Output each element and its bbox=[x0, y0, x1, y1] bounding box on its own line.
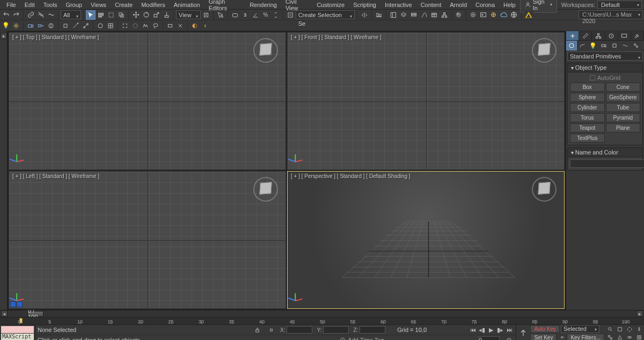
rect-shape-button[interactable] bbox=[165, 21, 175, 31]
prim-sphere[interactable]: Sphere bbox=[570, 93, 605, 102]
goto-start-button[interactable]: ⏮ bbox=[469, 326, 477, 334]
nav-zoom-all-button[interactable] bbox=[606, 334, 614, 341]
prim-geosphere[interactable]: GeoSphere bbox=[606, 93, 641, 102]
prim-tube[interactable]: Tube bbox=[606, 103, 641, 112]
spinner-snap-button[interactable] bbox=[271, 10, 281, 20]
mirror-button[interactable] bbox=[360, 10, 369, 20]
nav-pan-button[interactable] bbox=[626, 326, 633, 333]
angle-snap-button[interactable] bbox=[251, 10, 260, 20]
menu-arnold[interactable]: Arnold bbox=[445, 1, 471, 9]
viewport-layout-presets[interactable] bbox=[10, 301, 23, 307]
render-production-button[interactable] bbox=[489, 10, 499, 20]
ref-coord-system[interactable]: View▾ bbox=[176, 10, 201, 19]
viewport-top[interactable]: [ + ] [ Top ] [ Standard ] [ Wireframe ] bbox=[9, 32, 286, 170]
nav-walk-button[interactable] bbox=[635, 326, 643, 333]
toggle-layer-explorer-button[interactable] bbox=[399, 10, 408, 20]
undo-button[interactable] bbox=[1, 10, 11, 20]
time-slider-handle[interactable]: 0 / 100 bbox=[27, 311, 43, 317]
menu-help[interactable]: Help bbox=[499, 1, 520, 9]
helper-button[interactable] bbox=[61, 21, 70, 31]
shapes-subtab[interactable] bbox=[577, 41, 588, 50]
prim-cylinder[interactable]: Cylinder bbox=[570, 103, 605, 112]
time-slider[interactable]: ◂ 0 / 100 ▸ bbox=[0, 310, 644, 317]
keyboard-shortcut-override-button[interactable] bbox=[230, 10, 240, 20]
dope-sheet-button[interactable] bbox=[429, 10, 439, 20]
time-config-button[interactable] bbox=[504, 335, 514, 340]
sel-region-fence-button[interactable] bbox=[141, 21, 150, 31]
viewport-front[interactable]: [ + ] [ Front ] [ Standard ] [ Wireframe… bbox=[287, 32, 565, 170]
percent-snap-button[interactable]: % bbox=[261, 10, 270, 20]
open-a360-button[interactable] bbox=[509, 10, 519, 20]
prim-pyramid[interactable]: Pyramid bbox=[606, 113, 641, 122]
named-selection-sets[interactable]: Create Selection Se▾ bbox=[296, 10, 355, 19]
menu-customize[interactable]: Customize bbox=[312, 1, 349, 9]
link-button[interactable] bbox=[26, 10, 35, 20]
toggle-ribbon-button[interactable] bbox=[409, 10, 419, 20]
placement-button[interactable] bbox=[162, 10, 171, 20]
create-tab[interactable] bbox=[566, 31, 579, 40]
nav-zoom-button[interactable] bbox=[606, 326, 614, 333]
hierarchy-tab[interactable] bbox=[592, 31, 605, 40]
name-color-header[interactable]: ▾ Name and Color bbox=[568, 148, 642, 157]
utilities-tab[interactable] bbox=[631, 31, 644, 40]
viewport-perspective[interactable]: [ + ] [ Perspective ] [ Standard ] [ Def… bbox=[287, 171, 565, 309]
light-button[interactable]: 💡 bbox=[1, 21, 11, 31]
key-filters-button[interactable]: Key Filters... bbox=[567, 334, 604, 341]
warning-icon[interactable] bbox=[524, 10, 533, 20]
time-slider-next[interactable]: ▸ bbox=[636, 311, 643, 317]
nav-zoom-extents-button[interactable] bbox=[616, 326, 624, 333]
toggle-scene-explorer-button[interactable] bbox=[389, 10, 398, 20]
scale-button[interactable] bbox=[151, 10, 161, 20]
menu-edit[interactable]: Edit bbox=[20, 1, 39, 9]
menu-views[interactable]: Views bbox=[86, 1, 111, 9]
curve-editor-button[interactable] bbox=[419, 10, 429, 20]
tape-button[interactable] bbox=[71, 21, 80, 31]
select-region-button[interactable] bbox=[106, 10, 116, 20]
menu-tools[interactable]: Tools bbox=[39, 1, 62, 9]
cutter-button[interactable] bbox=[175, 21, 185, 31]
grid-helper-button[interactable] bbox=[106, 21, 115, 31]
rotate-button[interactable] bbox=[141, 10, 151, 20]
window-crossing-button[interactable] bbox=[116, 10, 126, 20]
sel-region-rect-button[interactable] bbox=[120, 21, 130, 31]
big-key-button[interactable] bbox=[517, 326, 529, 340]
menu-modifiers[interactable]: Modifiers bbox=[137, 1, 170, 9]
lights-subtab[interactable]: 💡 bbox=[588, 41, 598, 50]
prim-torus[interactable]: Torus bbox=[570, 113, 605, 122]
helpers-subtab[interactable] bbox=[609, 41, 620, 50]
prim-textplus[interactable]: TextPlus bbox=[570, 134, 605, 143]
viewport-expand-button[interactable]: ▸ bbox=[1, 33, 7, 39]
schematic-view-button[interactable] bbox=[440, 10, 449, 20]
sun-button[interactable] bbox=[11, 21, 21, 31]
redo-button[interactable] bbox=[11, 10, 21, 20]
menu-group[interactable]: Group bbox=[61, 1, 86, 9]
physx-button[interactable]: ◐ bbox=[190, 21, 200, 31]
snap-toggle-button[interactable]: 3 bbox=[240, 10, 250, 20]
viewcube-left[interactable] bbox=[253, 177, 278, 202]
move-button[interactable] bbox=[131, 10, 141, 20]
prim-cone[interactable]: Cone bbox=[606, 83, 641, 92]
maxscript-input[interactable]: MAXScript Mi bbox=[1, 334, 34, 341]
select-manipulate-button[interactable] bbox=[216, 10, 225, 20]
selection-lock-button[interactable] bbox=[252, 325, 262, 335]
motion-tab[interactable] bbox=[605, 31, 618, 40]
menu-animation[interactable]: Animation bbox=[170, 1, 204, 9]
current-frame-input[interactable] bbox=[478, 336, 500, 340]
spacewarps-subtab[interactable] bbox=[620, 41, 631, 50]
viewport-left[interactable]: [ + ] [ Left ] [ Standard ] [ Wireframe … bbox=[9, 171, 286, 309]
viewport-left-label[interactable]: [ + ] [ Left ] [ Standard ] [ Wireframe … bbox=[12, 173, 99, 179]
use-pivot-center-button[interactable] bbox=[201, 10, 211, 20]
prim-teapot[interactable]: Teapot bbox=[570, 123, 605, 132]
nav-fov-button[interactable] bbox=[616, 334, 624, 341]
isolate-selection-button[interactable] bbox=[266, 325, 276, 335]
menu-file[interactable]: File bbox=[2, 1, 20, 9]
prim-box[interactable]: Box bbox=[570, 83, 605, 92]
viewcube-persp[interactable] bbox=[532, 177, 557, 202]
auto-key-button[interactable]: Auto Key bbox=[530, 325, 560, 333]
x-coord-input[interactable] bbox=[287, 326, 312, 334]
render-setup-button[interactable] bbox=[469, 10, 478, 20]
nav-orbit-button[interactable] bbox=[626, 334, 633, 341]
render-in-cloud-button[interactable] bbox=[499, 10, 509, 20]
time-slider-prev[interactable]: ◂ bbox=[1, 311, 8, 317]
sel-region-lasso-button[interactable] bbox=[151, 21, 160, 31]
